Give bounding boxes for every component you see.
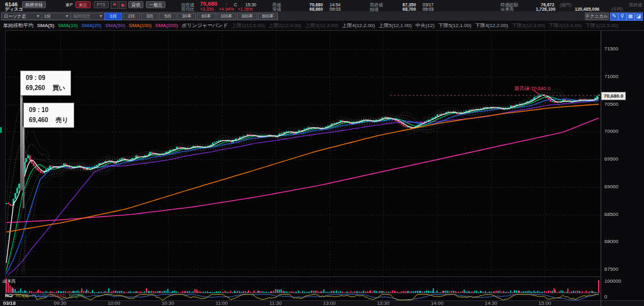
current-price-value: 70,680 (200, 1, 218, 6)
bollinger-legend-title: ボリンジャーバンド (182, 23, 228, 28)
period-button-7[interactable]: 100本 (216, 13, 236, 20)
rci-axis-label: 0 (604, 295, 607, 300)
grid-layout-icon[interactable]: ▦ (626, 13, 635, 21)
chevron-down-icon: ▼ (99, 13, 103, 20)
rci-legend-title: RCI (5, 293, 13, 299)
alert-icon[interactable]: ◉ (119, 1, 126, 9)
buy-time: 09 : 09 (26, 73, 65, 83)
time-axis-label: 13:30 (377, 301, 389, 306)
bb-legend-item-1: 上限1(12,5.00) (231, 23, 264, 28)
bb-legend-item-7: 下限5(12,1.00) (438, 23, 471, 28)
stock-code: 6146 (5, 2, 18, 7)
sma-legend-item-2: SMA(10) (58, 23, 78, 28)
time-axis-label: 14:30 (485, 301, 497, 306)
bb-legend-item-2: 上限2(12,4.00) (269, 23, 301, 28)
general-sell-button[interactable]: 一般売 (146, 1, 165, 8)
exchange-toggle-pts[interactable]: PTS (94, 1, 109, 8)
volume-axis-label: 100000 (604, 279, 621, 284)
quote-header: 6146 ディスコ 銘柄登録 東P 東証 PTS ⚑ ◉ 貸借 貸借 貸借 一般… (0, 0, 644, 12)
sell-marker-pole (23, 127, 25, 208)
session-high-marker: 最高値:70,680.0 (514, 85, 550, 92)
period-button-6[interactable]: 60本 (197, 13, 216, 20)
market-cap-unit: (億円) (560, 3, 572, 8)
price-chart-canvas[interactable] (0, 0, 644, 306)
sma-legend-title: 単純移動平均 (3, 23, 33, 28)
close-flag: C (234, 3, 237, 8)
time-axis-label: 09:30 (54, 301, 67, 306)
price-axis-label: 69500 (604, 157, 618, 162)
price-axis-label: 70000 (604, 129, 618, 134)
price-axis-label: 71000 (604, 74, 618, 79)
flag-icon[interactable]: ⚑ (111, 1, 118, 9)
period-button-9[interactable]: 600本 (258, 13, 278, 20)
rci-legend: RCIRCI(9)RCI(26)RCI(42)RCI(52) (5, 293, 84, 299)
period-range-dropdown[interactable]: 期間指定▼ (70, 13, 106, 20)
time-axis-label: 13:00 (323, 301, 336, 306)
chart-toolbar: ローソク足▼ 1分▼ 期間指定▼ 1日2日3日5日30本60本100本300本6… (0, 11, 644, 21)
sma-legend-item-4: SMA(50) (105, 23, 125, 28)
period-button-5[interactable]: 30本 (177, 13, 196, 20)
bb-legend-item-5: 上限5(12,1.00) (379, 23, 411, 28)
volume-pane-title: 出来高 (3, 278, 16, 285)
sma-legend-item-6: SMA(200) (155, 23, 178, 28)
price-axis-label: 67500 (604, 267, 618, 272)
sell-price: 69,460 (29, 116, 48, 123)
sma-legend-item-1: SMA(5) (37, 23, 54, 28)
bb-legend-item-4: 上限4(12,2.00) (342, 23, 375, 28)
sell-time: 09 : 10 (29, 105, 69, 115)
buy-price: 69,260 (26, 84, 45, 91)
rci-legend-item-4: RCI(52) (69, 293, 85, 299)
rci-legend-item-2: RCI(26) (32, 293, 48, 299)
technical-button[interactable]: テクニカル (585, 13, 609, 20)
date-axis-label: 03/18 (3, 301, 16, 306)
price-axis-label: 68500 (604, 212, 618, 217)
sma-legend-item-3: SMA(20) (82, 23, 102, 28)
zoom-magnifier-icon[interactable]: ⚲ (618, 13, 626, 21)
sell-side-label: 売り (56, 116, 69, 123)
next-col-prev-close-label: 前終値 (629, 3, 642, 8)
price-axis-label: 68000 (604, 239, 618, 244)
period-button-3[interactable]: 3日 (141, 13, 158, 20)
chevron-down-icon: ▼ (65, 13, 69, 20)
bb-legend-item-11: 下限1(12,5.00) (586, 23, 618, 28)
price-axis-label: 71500 (604, 47, 618, 52)
bb-legend-item-3: 上限3(12,3.00) (305, 23, 338, 28)
trading-app-window: { "header": { "code": "6146", "name": "デ… (0, 0, 644, 306)
rci-legend-item-3: RCI(42) (50, 293, 66, 299)
price-axis-label: 69000 (604, 184, 618, 190)
bb-legend-item-8: 下限4(12,2.00) (475, 23, 508, 28)
chart-type-dropdown[interactable]: ローソク足▼ (1, 13, 43, 20)
period-button-1[interactable]: 1日 (104, 13, 122, 20)
chevron-down-icon: ▼ (36, 13, 40, 20)
time-axis-label: 10:30 (162, 301, 174, 306)
time-axis-label: 10:00 (108, 301, 120, 306)
interval-dropdown[interactable]: 1分▼ (42, 13, 72, 20)
price-up-arrow-icon: ↑ (225, 2, 228, 7)
current-price-tag: 70,680.0 (601, 92, 626, 100)
time-axis-label: 11:00 (216, 301, 228, 306)
period-button-4[interactable]: 5日 (159, 13, 177, 20)
loan-button[interactable]: 貸借 (128, 1, 143, 8)
trade-marker-sell: 09 : 10 69,460売り (23, 103, 74, 128)
exchange-toggle-tse[interactable]: 東証 (75, 1, 91, 8)
indicator-legend-row: 単純移動平均SMA(5)SMA(10)SMA(20)SMA(50)SMA(100… (0, 21, 644, 30)
time-axis-label: 11:30 (269, 301, 281, 306)
rci-legend-item-1: RCI(9) (16, 293, 29, 299)
bb-legend-item-6: 中央(12) (416, 23, 435, 28)
chart-style-icon[interactable]: ◪ (635, 13, 643, 21)
market-segment-label: 東P (65, 3, 73, 8)
sma-legend-item-5: SMA(100) (129, 23, 152, 28)
buy-side-label: 買い (53, 84, 65, 91)
trade-marker-buy: 09 : 09 69,260買い (20, 71, 71, 96)
bb-legend-item-9: 下限3(12,3.00) (512, 23, 545, 28)
time-axis-label: 14:00 (431, 301, 443, 306)
price-axis-label: 70500 (604, 102, 618, 107)
register-stock-button[interactable]: 銘柄登録 (22, 1, 46, 8)
period-button-2[interactable]: 2日 (123, 13, 140, 20)
time-axis-label: 15:00 (538, 301, 551, 306)
period-button-8[interactable]: 300本 (237, 13, 257, 20)
draw-pencil-icon[interactable]: ✎ (610, 13, 618, 21)
bb-legend-item-10: 下限2(12,4.00) (548, 23, 581, 28)
